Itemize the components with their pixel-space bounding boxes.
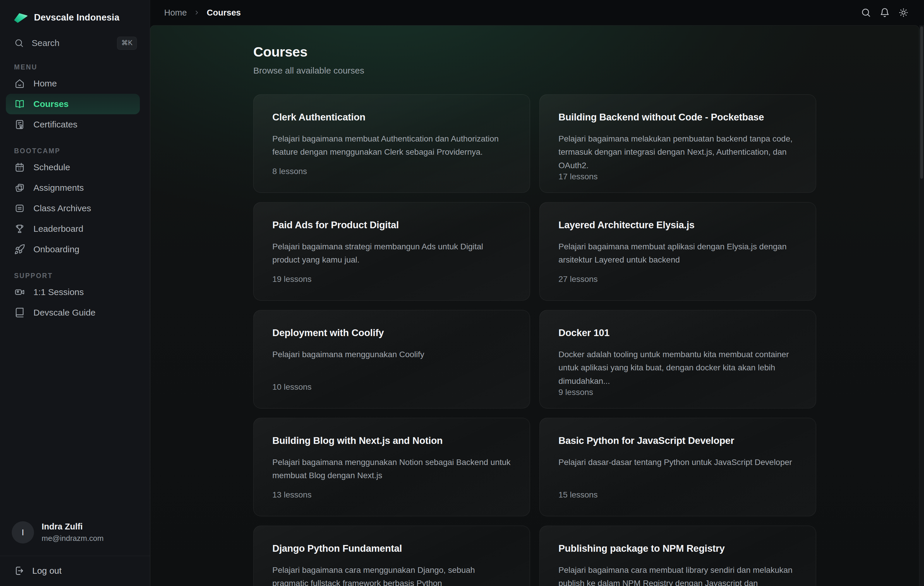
course-description: Pelajari bagaimana membuat aplikasi deng… bbox=[558, 240, 797, 267]
sidebar-item-schedule[interactable]: 17 Schedule bbox=[6, 157, 140, 178]
course-lessons: 15 lessons bbox=[558, 490, 797, 500]
course-description: Pelajari bagaimana melakukan pembuatan b… bbox=[558, 132, 797, 172]
archive-icon bbox=[14, 203, 25, 214]
course-description: Pelajari bagaimana menggunakan Notion se… bbox=[272, 456, 511, 482]
breadcrumb-home[interactable]: Home bbox=[164, 8, 187, 18]
rocket-icon bbox=[14, 244, 25, 255]
course-title: Django Python Fundamental bbox=[272, 543, 511, 554]
course-title: Clerk Authentication bbox=[272, 112, 511, 123]
course-lessons: 9 lessons bbox=[558, 388, 797, 397]
main-column: Home Courses Courses bbox=[150, 0, 924, 586]
scrollbar[interactable] bbox=[919, 25, 924, 586]
trophy-icon bbox=[14, 223, 25, 234]
course-card[interactable]: Basic Python for JavaScript Developer Pe… bbox=[540, 418, 816, 516]
sidebar: Devscale Indonesia Search ⌘K MENU Home C… bbox=[0, 0, 150, 586]
sidebar-item-devscale-guide[interactable]: Devscale Guide bbox=[6, 302, 140, 323]
course-title: Building Blog with Next.js and Notion bbox=[272, 435, 511, 446]
sidebar-item-label: Certificates bbox=[33, 120, 78, 130]
course-description: Docker adalah tooling untuk membantu kit… bbox=[558, 348, 797, 388]
avatar: I bbox=[12, 521, 34, 543]
courses-grid: Clerk Authentication Pelajari bagaimana … bbox=[253, 94, 816, 586]
cards-icon bbox=[14, 182, 25, 193]
sidebar-item-home[interactable]: Home bbox=[6, 73, 140, 94]
course-lessons: 10 lessons bbox=[272, 382, 511, 392]
user-profile[interactable]: I Indra Zulfi me@indrazm.com bbox=[0, 521, 150, 543]
sidebar-item-class-archives[interactable]: Class Archives bbox=[6, 198, 140, 219]
course-card[interactable]: Publishing package to NPM Registry Pelaj… bbox=[540, 526, 816, 586]
course-title: Docker 101 bbox=[558, 327, 797, 338]
section-label-support: SUPPORT bbox=[0, 272, 150, 280]
certificate-icon bbox=[14, 119, 25, 130]
sidebar-item-label: Schedule bbox=[33, 162, 70, 172]
book-icon bbox=[14, 307, 25, 318]
course-lessons: 8 lessons bbox=[272, 167, 511, 176]
book-open-icon bbox=[14, 99, 25, 110]
page-subtitle: Browse all available courses bbox=[253, 66, 816, 76]
sidebar-item-label: Leaderboard bbox=[33, 224, 83, 234]
course-lessons: 13 lessons bbox=[272, 490, 511, 500]
search-label: Search bbox=[32, 38, 59, 48]
course-card[interactable]: Layered Architecture Elysia.js Pelajari … bbox=[540, 202, 816, 301]
brand-name: Devscale Indonesia bbox=[34, 12, 119, 23]
course-title: Publishing package to NPM Registry bbox=[558, 543, 797, 554]
logout-section: Log out bbox=[0, 556, 150, 586]
sidebar-item-label: Assignments bbox=[33, 183, 84, 193]
search-shortcut: ⌘K bbox=[117, 37, 137, 50]
chevron-right-icon bbox=[193, 9, 200, 16]
sidebar-item-assignments[interactable]: Assignments bbox=[6, 178, 140, 198]
scrollbar-thumb[interactable] bbox=[920, 26, 923, 179]
logout-icon bbox=[14, 566, 25, 576]
course-description: Pelajari bagaimana strategi membangun Ad… bbox=[272, 240, 511, 267]
user-name: Indra Zulfi bbox=[41, 522, 104, 532]
app-root: Devscale Indonesia Search ⌘K MENU Home C… bbox=[0, 0, 924, 586]
topbar-actions bbox=[861, 7, 909, 18]
breadcrumb-current: Courses bbox=[207, 8, 241, 18]
sidebar-item-courses[interactable]: Courses bbox=[6, 94, 140, 114]
sidebar-item-sessions[interactable]: 1:1 Sessions bbox=[6, 282, 140, 302]
page-title: Courses bbox=[253, 44, 816, 60]
logout-label: Log out bbox=[32, 566, 61, 576]
course-description: Pelajari dasar-dasar tentang Python untu… bbox=[558, 456, 797, 469]
nav-menu: Home Courses Certificates bbox=[0, 73, 150, 135]
course-description: Pelajari bagaimana cara menggunakan Djan… bbox=[272, 563, 511, 586]
svg-text:17: 17 bbox=[18, 167, 21, 171]
course-description: Pelajari bagaimana menggunakan Coolify bbox=[272, 348, 511, 361]
course-description: Pelajari bagaimana membuat Authenticatio… bbox=[272, 132, 511, 159]
sidebar-item-label: Home bbox=[33, 79, 57, 89]
sidebar-footer: I Indra Zulfi me@indrazm.com Log out bbox=[0, 521, 150, 586]
search-input[interactable]: Search ⌘K bbox=[0, 35, 150, 51]
sun-icon[interactable] bbox=[898, 7, 909, 18]
course-card[interactable]: Deployment with Coolify Pelajari bagaima… bbox=[253, 310, 530, 408]
nav-bootcamp: 17 Schedule Assignments Class Archives bbox=[0, 157, 150, 260]
calendar-icon: 17 bbox=[14, 162, 25, 173]
section-label-menu: MENU bbox=[0, 63, 150, 71]
course-title: Basic Python for JavaScript Developer bbox=[558, 435, 797, 446]
course-card[interactable]: Django Python Fundamental Pelajari bagai… bbox=[253, 526, 530, 586]
course-title: Layered Architecture Elysia.js bbox=[558, 219, 797, 230]
course-card[interactable]: Clerk Authentication Pelajari bagaimana … bbox=[253, 94, 530, 193]
search-icon[interactable] bbox=[861, 7, 871, 18]
bell-icon[interactable] bbox=[879, 7, 890, 18]
course-card[interactable]: Building Blog with Next.js and Notion Pe… bbox=[253, 418, 530, 516]
sidebar-item-label: 1:1 Sessions bbox=[33, 287, 84, 297]
sidebar-item-leaderboard[interactable]: Leaderboard bbox=[6, 219, 140, 239]
course-title: Paid Ads for Product Digital bbox=[272, 219, 511, 230]
sidebar-item-label: Class Archives bbox=[33, 203, 91, 213]
search-icon bbox=[14, 38, 24, 48]
course-card[interactable]: Docker 101 Docker adalah tooling untuk m… bbox=[540, 310, 816, 408]
course-description: Pelajari bagaimana cara membuat library … bbox=[558, 563, 797, 586]
sidebar-item-label: Courses bbox=[33, 99, 69, 109]
sidebar-item-certificates[interactable]: Certificates bbox=[6, 114, 140, 135]
topbar: Home Courses bbox=[150, 0, 924, 25]
sidebar-item-onboarding[interactable]: Onboarding bbox=[6, 239, 140, 260]
home-icon bbox=[14, 78, 25, 89]
nav-support: 1:1 Sessions Devscale Guide bbox=[0, 282, 150, 323]
logout-button[interactable]: Log out bbox=[14, 564, 136, 577]
course-card[interactable]: Paid Ads for Product Digital Pelajari ba… bbox=[253, 202, 530, 301]
video-icon bbox=[14, 286, 25, 298]
course-title: Deployment with Coolify bbox=[272, 327, 511, 338]
arrow-dart-icon bbox=[14, 12, 28, 23]
course-card[interactable]: Building Backend without Code - Pocketba… bbox=[540, 94, 816, 193]
brand: Devscale Indonesia bbox=[0, 0, 150, 25]
sidebar-item-label: Onboarding bbox=[33, 244, 79, 254]
